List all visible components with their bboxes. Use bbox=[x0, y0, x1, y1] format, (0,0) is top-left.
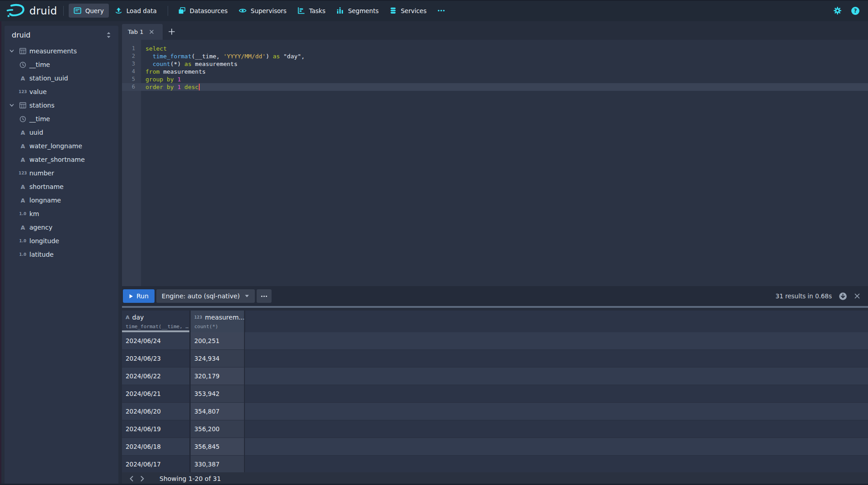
string-type-icon: A bbox=[19, 184, 27, 190]
pagination-bar: Showing 1-20 of 31 bbox=[122, 472, 868, 485]
tree-item-number[interactable]: 123number bbox=[5, 166, 118, 180]
close-icon[interactable] bbox=[854, 293, 860, 299]
tree-item-measurements[interactable]: measurements bbox=[5, 44, 118, 58]
table-row: 2024/06/21353,942 bbox=[122, 385, 868, 403]
cell-measurements[interactable]: 320,179 bbox=[194, 367, 220, 385]
tree-item-shortname[interactable]: Ashortname bbox=[5, 180, 118, 193]
chevron-right-icon[interactable] bbox=[137, 476, 148, 482]
nav-item-datasources[interactable]: Datasources bbox=[173, 4, 233, 18]
run-button-label: Run bbox=[136, 292, 149, 300]
string-type-icon: A bbox=[19, 156, 27, 163]
tree-item-value[interactable]: 123value bbox=[5, 85, 118, 99]
tree-item--time[interactable]: __time bbox=[5, 112, 118, 126]
table-row: 2024/06/20354,807 bbox=[122, 403, 868, 420]
upload-icon bbox=[115, 7, 122, 14]
tree-item-latitude[interactable]: 1.0latitude bbox=[5, 248, 118, 261]
cell-day[interactable]: 2024/06/21 bbox=[126, 385, 161, 402]
tree-item--time[interactable]: __time bbox=[5, 58, 118, 71]
tree-item-agency[interactable]: Aagency bbox=[5, 221, 118, 234]
table-row: 2024/06/17330,387 bbox=[122, 456, 868, 472]
nav-separator bbox=[63, 6, 64, 16]
token: ) bbox=[266, 53, 273, 60]
column-header-day[interactable]: Aday time_format(__time, … bbox=[122, 311, 189, 332]
cell-day[interactable]: 2024/06/23 bbox=[126, 350, 161, 367]
tree-item-longname[interactable]: Alongname bbox=[5, 193, 118, 207]
help-icon[interactable]: ? bbox=[851, 6, 860, 15]
table-row: 2024/06/24200,251 bbox=[122, 332, 868, 350]
nav-item-more[interactable] bbox=[432, 4, 450, 18]
engine-select[interactable]: Engine: auto (sql-native) bbox=[156, 289, 255, 303]
token: desc bbox=[184, 84, 198, 90]
cell-measurements[interactable]: 330,387 bbox=[194, 456, 220, 472]
tree-item-label: km bbox=[29, 210, 39, 217]
line-number: 5 bbox=[122, 75, 135, 83]
more-options-button[interactable] bbox=[257, 289, 272, 303]
nav-items: QueryLoad dataDatasourcesSupervisorsTask… bbox=[58, 4, 451, 18]
tree-item-label: agency bbox=[29, 224, 52, 231]
token: "day", bbox=[280, 53, 305, 60]
cell-measurements[interactable]: 356,200 bbox=[194, 420, 220, 438]
nav-item-label: Segments bbox=[348, 7, 379, 14]
line-number: 4 bbox=[122, 68, 135, 75]
close-icon[interactable] bbox=[149, 29, 154, 34]
time-icon bbox=[19, 61, 27, 68]
token: __time bbox=[195, 53, 216, 60]
table-icon bbox=[19, 102, 27, 108]
nav-item-segments[interactable]: Segments bbox=[331, 4, 384, 18]
string-type-icon: A bbox=[19, 197, 27, 204]
cell-day[interactable]: 2024/06/22 bbox=[126, 367, 161, 385]
chevron-left-icon[interactable] bbox=[126, 476, 137, 482]
cell-day[interactable]: 2024/06/19 bbox=[126, 420, 161, 438]
float-type-icon: 1.0 bbox=[19, 252, 27, 257]
tree-item-label: latitude bbox=[29, 251, 54, 258]
token: order by bbox=[145, 84, 174, 90]
cell-measurements[interactable]: 353,942 bbox=[194, 385, 220, 402]
druid-logo-icon bbox=[6, 3, 26, 18]
tree-item-label: station_uuid bbox=[29, 75, 68, 82]
cell-measurements[interactable]: 354,807 bbox=[194, 403, 220, 420]
code-line: group by 1 bbox=[145, 75, 868, 83]
editor-code[interactable]: select time_format(__time, 'YYYY/MM/dd')… bbox=[141, 40, 868, 286]
nav-item-tasks[interactable]: Tasks bbox=[292, 4, 330, 18]
nav-item-label: Datasources bbox=[190, 7, 228, 14]
more-icon bbox=[261, 293, 267, 300]
nav-item-label: Services bbox=[401, 7, 427, 14]
table-row: 2024/06/23324,934 bbox=[122, 350, 868, 367]
tree-item-km[interactable]: 1.0km bbox=[5, 207, 118, 221]
sql-editor[interactable]: 123456 select time_format(__time, 'YYYY/… bbox=[122, 40, 868, 286]
double-caret-icon[interactable] bbox=[106, 32, 112, 38]
tree-item-uuid[interactable]: Auuid bbox=[5, 126, 118, 139]
cell-day[interactable]: 2024/06/17 bbox=[126, 456, 161, 472]
cell-measurements[interactable]: 324,934 bbox=[194, 350, 220, 367]
tab-query[interactable]: Tab 1 bbox=[122, 24, 163, 40]
cell-day[interactable]: 2024/06/18 bbox=[126, 438, 161, 455]
database-icon bbox=[389, 7, 397, 14]
column-header-measurements[interactable]: 123measurem... count(*) bbox=[191, 311, 244, 332]
cell-measurements[interactable]: 200,251 bbox=[194, 332, 220, 349]
tree-item-water-longname[interactable]: Awater_longname bbox=[5, 139, 118, 153]
nav-item-services[interactable]: Services bbox=[385, 4, 432, 18]
tree-item-water-shortname[interactable]: Awater_shortname bbox=[5, 153, 118, 166]
editor-gutter: 123456 bbox=[122, 40, 141, 286]
download-icon[interactable] bbox=[839, 292, 847, 301]
table-row: 2024/06/22320,179 bbox=[122, 367, 868, 385]
run-button[interactable]: Run bbox=[123, 289, 155, 303]
gear-icon[interactable] bbox=[833, 6, 842, 15]
splitter-handle[interactable] bbox=[122, 306, 868, 308]
tree-item-label: longname bbox=[29, 197, 61, 204]
nav-item-load-data[interactable]: Load data bbox=[110, 4, 162, 18]
cell-day[interactable]: 2024/06/20 bbox=[126, 403, 161, 420]
line-number: 3 bbox=[122, 60, 135, 68]
cell-day[interactable]: 2024/06/24 bbox=[126, 332, 161, 349]
cell-measurements[interactable]: 356,845 bbox=[194, 438, 220, 455]
token: ( bbox=[192, 53, 195, 60]
nav-item-query[interactable]: Query bbox=[69, 4, 109, 18]
new-tab-button[interactable] bbox=[168, 28, 175, 35]
tree-item-stations[interactable]: stations bbox=[5, 99, 118, 112]
tree-item-longitude[interactable]: 1.0longitude bbox=[5, 234, 118, 248]
token: as bbox=[184, 61, 192, 67]
tree-item-station-uuid[interactable]: Astation_uuid bbox=[5, 71, 118, 85]
datasources-icon bbox=[178, 7, 186, 14]
string-type-icon: A bbox=[19, 75, 27, 82]
nav-item-supervisors[interactable]: Supervisors bbox=[234, 4, 291, 18]
